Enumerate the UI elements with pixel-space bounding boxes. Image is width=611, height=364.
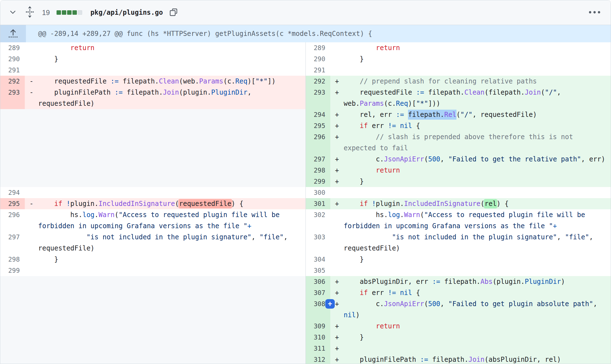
code-token: Warn bbox=[404, 211, 420, 219]
add-comment-button[interactable]: + bbox=[325, 299, 335, 309]
selection-highlight: filepath. bbox=[408, 111, 444, 119]
diff-marker: + bbox=[330, 354, 344, 364]
line-number[interactable]: 310 bbox=[306, 332, 330, 343]
line-number[interactable]: 297 bbox=[306, 154, 330, 165]
drag-handle[interactable] bbox=[23, 4, 36, 21]
line-number[interactable]: 291 bbox=[0, 65, 25, 76]
code-line bbox=[38, 65, 306, 76]
line-number[interactable]: 305 bbox=[306, 265, 330, 276]
code-token: ) { bbox=[231, 200, 243, 208]
line-number[interactable]: 292 bbox=[0, 76, 25, 87]
code-token: "file" bbox=[565, 233, 589, 241]
line-number[interactable]: 294 bbox=[306, 109, 330, 120]
line-number[interactable]: 293 bbox=[0, 87, 25, 109]
code-token: ! bbox=[372, 200, 376, 208]
diff-marker bbox=[25, 232, 38, 254]
line-number[interactable]: 301 bbox=[306, 198, 330, 209]
code-token: )[ bbox=[247, 77, 255, 85]
diff-row: 292- requestedFile := filepath.Clean(web… bbox=[0, 76, 306, 87]
file-options-button[interactable] bbox=[587, 9, 602, 16]
code-token bbox=[344, 166, 376, 174]
line-number[interactable]: 306 bbox=[306, 276, 330, 287]
diff-marker: + bbox=[330, 321, 344, 332]
diff-marker bbox=[330, 53, 344, 65]
line-number[interactable]: 289 bbox=[0, 42, 25, 53]
line-number[interactable]: 295 bbox=[306, 120, 330, 131]
code-token: Params bbox=[360, 100, 384, 107]
code-line bbox=[344, 65, 611, 76]
line-number[interactable]: 293 bbox=[306, 87, 330, 109]
code-token: hs. bbox=[344, 211, 388, 219]
diff-row: 294 bbox=[0, 187, 306, 198]
diff-row: 299 bbox=[0, 265, 306, 276]
code-line: pluginFilePath := filepath.Join(absPlugi… bbox=[344, 354, 611, 364]
code-token: Warn bbox=[99, 211, 115, 219]
code-token: IncludedInSignature bbox=[99, 200, 175, 208]
diff-pane-new: 289 return290 }291292+ // prepend slash … bbox=[306, 42, 611, 364]
line-number[interactable]: 312 bbox=[306, 354, 330, 364]
diff-marker: - bbox=[25, 198, 38, 209]
diff-marker: + bbox=[330, 131, 344, 154]
diff-row: 298 } bbox=[0, 254, 306, 265]
line-number[interactable]: 296 bbox=[306, 131, 330, 154]
line-number[interactable]: 290 bbox=[0, 53, 25, 65]
diff-marker bbox=[25, 265, 38, 276]
code-token: filepath. bbox=[428, 356, 468, 363]
line-number[interactable]: 300 bbox=[306, 187, 330, 198]
expand-diff-button[interactable] bbox=[0, 25, 26, 42]
diff-marker bbox=[25, 187, 38, 198]
code-token: return bbox=[376, 44, 400, 52]
diffstat bbox=[57, 10, 82, 15]
line-number[interactable]: 295 bbox=[0, 198, 25, 209]
split-diff: 289 return290 }291292- requestedFile := … bbox=[0, 42, 611, 364]
code-token bbox=[62, 200, 66, 208]
diff-row: 301+ if !plugin.IncludedInSignature(rel)… bbox=[306, 198, 611, 209]
code-token: } bbox=[344, 178, 364, 185]
file-name-link[interactable]: pkg/api/plugins.go bbox=[91, 9, 163, 16]
code-token: // prepend slash for cleaning relative p… bbox=[360, 77, 537, 85]
code-token bbox=[344, 44, 376, 52]
diff-row: 297+ c.JsonApiErr(500, "Failed to get th… bbox=[306, 154, 611, 165]
code-token: plugin. bbox=[376, 200, 404, 208]
line-number[interactable]: 303 bbox=[306, 232, 330, 254]
diff-row: 289 return bbox=[306, 42, 611, 53]
line-number[interactable]: 304 bbox=[306, 254, 330, 265]
line-number[interactable]: 291 bbox=[306, 65, 330, 76]
code-token: )[ bbox=[408, 100, 416, 107]
line-number[interactable]: 297 bbox=[0, 232, 25, 254]
collapse-file-button[interactable] bbox=[8, 7, 18, 18]
line-number[interactable]: 292 bbox=[306, 76, 330, 87]
code-line bbox=[344, 187, 611, 198]
code-token: { bbox=[412, 289, 420, 297]
line-number[interactable]: 298 bbox=[0, 254, 25, 265]
code-token: := bbox=[115, 88, 123, 96]
code-token: "/" bbox=[460, 111, 472, 119]
code-token: c. bbox=[344, 300, 384, 308]
line-number[interactable]: 290 bbox=[306, 53, 330, 65]
code-token: ) { bbox=[497, 200, 509, 208]
line-number[interactable]: 302 bbox=[306, 209, 330, 232]
code-token: } bbox=[344, 55, 364, 63]
line-number[interactable]: 307 bbox=[306, 287, 330, 298]
code-token: , err) bbox=[581, 155, 605, 163]
code-token: . bbox=[400, 211, 404, 219]
code-token: ]) bbox=[268, 77, 276, 85]
line-number[interactable]: 309 bbox=[306, 321, 330, 332]
line-number[interactable]: 289 bbox=[306, 42, 330, 53]
line-number[interactable]: 299 bbox=[0, 265, 25, 276]
diff-row: 312+ pluginFilePath := filepath.Join(abs… bbox=[306, 354, 611, 364]
code-token: ! bbox=[66, 200, 70, 208]
code-line: } bbox=[344, 332, 611, 343]
line-number[interactable]: 311 bbox=[306, 343, 330, 354]
line-number[interactable]: 294 bbox=[0, 187, 25, 198]
diff-row: 293- pluginFilePath := filepath.Join(plu… bbox=[0, 87, 306, 109]
line-number[interactable]: 299 bbox=[306, 176, 330, 187]
code-token: ])) bbox=[428, 100, 440, 107]
copy-path-button[interactable] bbox=[168, 7, 179, 19]
diff-marker: - bbox=[25, 76, 38, 87]
line-number[interactable]: 296 bbox=[0, 209, 25, 232]
code-token: ( bbox=[424, 300, 428, 308]
code-token: hs. bbox=[38, 211, 82, 219]
line-number[interactable]: 298 bbox=[306, 165, 330, 176]
code-line: "is not included in the plugin signature… bbox=[38, 232, 306, 254]
